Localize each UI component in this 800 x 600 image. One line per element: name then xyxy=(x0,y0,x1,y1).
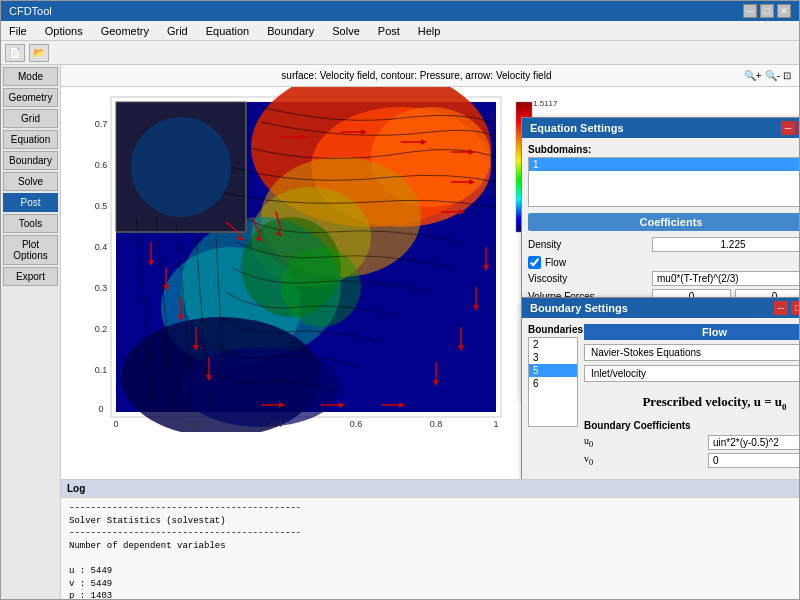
boundary-layout: Boundaries: 2 3 5 6 Flow xyxy=(528,324,799,471)
subdomain-list[interactable]: 1 xyxy=(528,157,799,207)
minimize-btn[interactable]: ─ xyxy=(743,4,757,18)
sidebar-item-post[interactable]: Post xyxy=(3,193,58,212)
viscosity-value[interactable]: mu0*(T-Tref)^(2/3) xyxy=(652,271,799,286)
svg-text:0.3: 0.3 xyxy=(95,283,108,293)
sidebar-item-solve[interactable]: Solve xyxy=(3,172,58,191)
v0-row: v0 xyxy=(584,453,799,468)
equation-type-select[interactable]: Navier-Stokes Equations xyxy=(584,344,799,361)
sidebar-item-grid[interactable]: Grid xyxy=(3,109,58,128)
prescribed-velocity-text: Prescribed velocity, u = u0 xyxy=(584,386,799,420)
boundary-item-2[interactable]: 2 xyxy=(529,338,577,351)
log-line-blank xyxy=(69,552,791,565)
sidebar-item-export[interactable]: Export xyxy=(3,267,58,286)
bc-coefficients-label: Boundary Coefficients xyxy=(584,420,799,431)
boundary-item-3[interactable]: 3 xyxy=(529,351,577,364)
sidebar-item-equation[interactable]: Equation xyxy=(3,130,58,149)
log-line-title: Solver Statistics (solvestat) xyxy=(69,515,791,528)
svg-text:0.5: 0.5 xyxy=(95,201,108,211)
sidebar-item-geometry[interactable]: Geometry xyxy=(3,88,58,107)
toolbar-new[interactable]: 📄 xyxy=(5,44,25,62)
svg-text:0: 0 xyxy=(98,404,103,414)
v0-input[interactable] xyxy=(708,453,799,468)
boundary-item-6[interactable]: 6 xyxy=(529,377,577,390)
toolbar-open[interactable]: 📂 xyxy=(29,44,49,62)
equation-dialog-controls: ─ ✕ xyxy=(781,121,799,135)
svg-text:1.5117: 1.5117 xyxy=(533,99,558,108)
menu-grid[interactable]: Grid xyxy=(163,24,192,38)
svg-text:0.4: 0.4 xyxy=(270,419,283,429)
viscosity-label: Viscosity xyxy=(528,273,648,284)
svg-text:0.1: 0.1 xyxy=(95,365,108,375)
equation-dialog-minimize[interactable]: ─ xyxy=(781,121,795,135)
menu-post[interactable]: Post xyxy=(374,24,404,38)
boundary-flow-section: Flow Navier-Stokes Equations Inlet/veloc… xyxy=(584,324,799,471)
flow-section-title: Flow xyxy=(584,324,799,340)
sidebar-item-boundary[interactable]: Boundary xyxy=(3,151,58,170)
menu-bar: File Options Geometry Grid Equation Boun… xyxy=(1,21,799,41)
svg-text:0.6: 0.6 xyxy=(95,160,108,170)
boundary-dialog-maximize[interactable]: □ xyxy=(791,301,799,315)
log-line-separator1: ----------------------------------------… xyxy=(69,502,791,515)
main-window: CFDTool ─ □ ✕ File Options Geometry Grid… xyxy=(0,0,800,600)
svg-text:0.7: 0.7 xyxy=(95,119,108,129)
boundaries-label: Boundaries: xyxy=(528,324,578,335)
main-content: Mode Geometry Grid Equation Boundary Sol… xyxy=(1,65,799,599)
menu-help[interactable]: Help xyxy=(414,24,445,38)
subdomain-item-1[interactable]: 1 xyxy=(529,158,799,171)
app-title: CFDTool xyxy=(9,5,52,17)
subdomains-label: Subdomains: xyxy=(528,144,799,155)
flow-checkbox[interactable] xyxy=(528,256,541,269)
coefficients-title: Coefficients xyxy=(528,213,799,231)
equation-dialog-title: Equation Settings ─ ✕ xyxy=(522,118,799,138)
log-line-u: u : 5449 xyxy=(69,565,791,578)
log-area: Log ------------------------------------… xyxy=(61,479,799,599)
menu-geometry[interactable]: Geometry xyxy=(97,24,153,38)
menu-boundary[interactable]: Boundary xyxy=(263,24,318,38)
log-header: Log xyxy=(61,480,799,498)
flow-checkbox-label[interactable]: Flow xyxy=(528,256,566,269)
bc-type-select[interactable]: Inlet/velocity xyxy=(584,365,799,382)
equation-dialog-title-text: Equation Settings xyxy=(530,122,624,134)
density-row: Density 1.225 xyxy=(528,237,799,252)
svg-point-11 xyxy=(281,247,361,327)
density-label: Density xyxy=(528,239,648,250)
equation-dialog-close[interactable]: ✕ xyxy=(798,121,799,135)
log-line-v: v : 5449 xyxy=(69,578,791,591)
menu-file[interactable]: File xyxy=(5,24,31,38)
toolbar: 📄 📂 xyxy=(1,41,799,65)
sidebar-item-tools[interactable]: Tools xyxy=(3,214,58,233)
sidebar-item-plotoptions[interactable]: Plot Options xyxy=(3,235,58,265)
flow-section-header: Flow xyxy=(528,256,799,269)
maximize-btn[interactable]: □ xyxy=(760,4,774,18)
u0-input[interactable] xyxy=(708,435,799,450)
sidebar-item-mode[interactable]: Mode xyxy=(3,67,58,86)
boundary-dialog-minimize[interactable]: ─ xyxy=(774,301,788,315)
title-bar-controls: ─ □ ✕ xyxy=(743,4,791,18)
plot-header: surface: Velocity field, contour: Pressu… xyxy=(61,65,799,87)
boundary-dialog-title-text: Boundary Settings xyxy=(530,302,628,314)
boundary-dialog: Boundary Settings ─ □ ✕ Boundaries: xyxy=(521,297,799,479)
svg-text:0.6: 0.6 xyxy=(350,419,363,429)
svg-text:1: 1 xyxy=(493,419,498,429)
menu-solve[interactable]: Solve xyxy=(328,24,364,38)
flow-label: Flow xyxy=(545,257,566,268)
sidebar: Mode Geometry Grid Equation Boundary Sol… xyxy=(1,65,61,599)
zoom-in-icon[interactable]: 🔍+ xyxy=(744,70,762,81)
u0-label: u0 xyxy=(584,435,704,449)
svg-text:0.2: 0.2 xyxy=(190,419,203,429)
v0-label: v0 xyxy=(584,453,704,467)
boundary-item-5[interactable]: 5 xyxy=(529,364,577,377)
menu-options[interactable]: Options xyxy=(41,24,87,38)
boundary-list[interactable]: 2 3 5 6 xyxy=(528,337,578,427)
density-value[interactable]: 1.225 xyxy=(652,237,799,252)
title-bar: CFDTool ─ □ ✕ xyxy=(1,1,799,21)
plot-area: 0 0.1 0.2 0.3 0.4 0.5 0.6 0.7 0 0.2 0.4 … xyxy=(61,87,799,479)
fit-icon[interactable]: ⊡ xyxy=(783,70,791,81)
menu-equation[interactable]: Equation xyxy=(202,24,253,38)
log-line-depvars: Number of dependent variables xyxy=(69,540,791,553)
svg-point-15 xyxy=(131,117,231,217)
close-btn[interactable]: ✕ xyxy=(777,4,791,18)
zoom-out-icon[interactable]: 🔍- xyxy=(765,70,780,81)
log-line-separator2: ----------------------------------------… xyxy=(69,527,791,540)
boundary-dialog-title: Boundary Settings ─ □ ✕ xyxy=(522,298,799,318)
